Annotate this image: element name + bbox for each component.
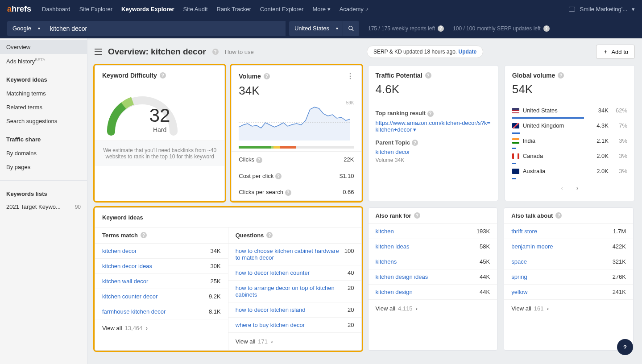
search-button[interactable] [343, 21, 359, 36]
help-icon[interactable]: ? [285, 190, 291, 196]
keyword-link[interactable]: kitchen decor ideas [102, 263, 157, 269]
keyword-link[interactable]: how to decor kitchen island [236, 306, 310, 313]
how-to-use[interactable]: How to use [225, 49, 254, 55]
keyword-link[interactable]: kitchen counter decor [102, 293, 162, 300]
gv-row[interactable]: Australia 2.0K 3% [505, 164, 634, 178]
keyword-row: where to buy kitchen decor 20 [228, 318, 361, 333]
keyword-link[interactable]: space [511, 258, 531, 265]
alsotalk-view-all[interactable]: View all161 › [504, 300, 633, 317]
beta-badge: BETA [35, 58, 45, 62]
gv-row[interactable]: United States 34K 62% [505, 103, 634, 117]
flag-icon [512, 138, 519, 144]
tp-value: 4.6K [369, 83, 498, 103]
help-icon[interactable]: ? [266, 232, 273, 238]
top-result-link[interactable]: https://www.amazon.com/kitchen-decor/s?k… [376, 120, 491, 133]
sidebar-item-overview[interactable]: Overview [0, 40, 87, 54]
nav-academy[interactable]: Academy↗ [340, 6, 369, 12]
account-menu[interactable]: Smile Marketing'... ▾ [569, 6, 635, 12]
page-title: Overview: kitchen decor [108, 47, 206, 57]
help-icon[interactable]: ? [264, 73, 270, 79]
help-icon[interactable]: ? [141, 232, 147, 238]
hamburger-icon[interactable] [95, 49, 102, 55]
keyword-link[interactable]: thrift store [511, 228, 542, 235]
sidebar-item-matching[interactable]: Matching terms [0, 87, 87, 100]
nav-more[interactable]: More ▾ [312, 6, 330, 12]
keyword-link[interactable]: where to buy kitchen decor [236, 322, 309, 328]
gv-row[interactable]: Canada 2.0K 3% [505, 149, 634, 163]
country-select[interactable]: United States [289, 21, 343, 36]
keyword-row: kitchen design ideas 44K [369, 269, 497, 285]
nav-dashboard[interactable]: Dashboard [42, 6, 70, 12]
sidebar-item-ads[interactable]: Ads historyBETA [0, 54, 87, 68]
gv-row[interactable]: United Kingdom 4.3K 7% [505, 119, 634, 132]
help-icon[interactable]: ? [558, 72, 564, 79]
keyword-link[interactable]: kitchen [376, 228, 398, 235]
gv-row[interactable]: India 2.1K 3% [505, 134, 634, 148]
terms-view-all[interactable]: View all13,464 › [95, 319, 228, 337]
sidebar-item-suggestions[interactable]: Search suggestions [0, 114, 87, 128]
keyword-row: how to decor kitchen counter 40 [228, 265, 361, 281]
sidebar-item-by-pages[interactable]: By pages [0, 160, 87, 174]
sidebar-item-related[interactable]: Related terms [0, 100, 87, 114]
keyword-volume: 8.1K [209, 308, 221, 315]
divider [0, 180, 87, 181]
help-icon[interactable]: ? [212, 49, 219, 55]
keyword-row: benjamin moore 422K [504, 239, 633, 254]
next-icon[interactable]: › [576, 185, 578, 191]
keyword-link[interactable]: kitchen decor [102, 248, 141, 254]
help-icon[interactable]: ? [414, 212, 420, 219]
keyword-link[interactable]: kitchen design [376, 289, 417, 295]
nav-rank-tracker[interactable]: Rank Tracker [217, 6, 251, 12]
cps-row: Clicks per search ?0.66 [232, 184, 361, 201]
source-select[interactable]: Google [7, 21, 45, 36]
keyword-link[interactable]: how to choose kitchen cabinet hardware t… [236, 248, 344, 261]
help-fab[interactable]: ? [617, 339, 633, 355]
update-link[interactable]: Update [459, 49, 477, 55]
keyword-link[interactable]: how to decor kitchen counter [236, 269, 314, 276]
clicks-row: Clicks ?22K [232, 152, 361, 168]
flag-icon [512, 169, 519, 174]
keyword-link[interactable]: benjamin moore [511, 243, 557, 250]
nav-site-audit[interactable]: Site Audit [183, 6, 208, 12]
gv-value: 54K [505, 83, 634, 103]
nav-site-explorer[interactable]: Site Explorer [79, 6, 112, 12]
add-to-button[interactable]: ＋ Add to [596, 45, 635, 59]
keyword-row: yellow 241K [504, 285, 633, 300]
volume-value: 34K [232, 84, 361, 100]
keyword-link[interactable]: farmhouse kitchen decor [102, 308, 170, 315]
keyword-volume: 321K [613, 258, 626, 265]
keyword-volume: 276K [613, 273, 626, 280]
more-icon[interactable]: ⋮ [347, 72, 354, 80]
sidebar-head-lists: Keywords lists [0, 187, 87, 201]
keyword-volume: 100 [344, 248, 354, 254]
keyword-link[interactable]: kitchen wall decor [102, 278, 153, 285]
keyword-link[interactable]: spring [511, 273, 531, 280]
keyword-row: kitchens 45K [369, 254, 497, 269]
keyword-link[interactable]: kitchens [376, 258, 402, 265]
sidebar-list-item[interactable]: 2021 Target Keywo... 90 [0, 201, 87, 213]
keyword-link[interactable]: kitchen ideas [376, 243, 414, 250]
help-icon[interactable]: ? [427, 111, 434, 117]
keyword-link[interactable]: yellow [511, 289, 532, 295]
global-volume-card: Global volume? 54K United States 34K 62%… [505, 65, 635, 201]
keyword-row: kitchen decor ideas 30K [95, 259, 228, 274]
keyword-link[interactable]: how to arrange decor on top of kitchen c… [236, 285, 348, 298]
prev-icon[interactable]: ‹ [561, 185, 563, 191]
keyword-row: kitchen design 44K [369, 285, 497, 300]
keyword-link[interactable]: kitchen design ideas [376, 273, 433, 280]
nav-keywords-explorer[interactable]: Keywords Explorer [121, 6, 174, 12]
also-rank-for-card: Also rank for? kitchen 193K kitchen idea… [368, 207, 498, 351]
sidebar-item-by-domains[interactable]: By domains [0, 146, 87, 160]
help-icon[interactable]: ? [425, 72, 431, 79]
help-icon[interactable]: ? [555, 212, 562, 219]
keyword-input[interactable] [45, 21, 286, 36]
help-icon[interactable]: ? [275, 173, 282, 179]
nav-content-explorer[interactable]: Content Explorer [260, 6, 304, 12]
help-icon[interactable]: ? [412, 140, 418, 146]
alsorank-view-all[interactable]: View all4,115 › [369, 300, 497, 317]
help-icon[interactable]: ? [160, 72, 166, 79]
questions-view-all[interactable]: View all171 › [228, 333, 361, 350]
keyword-row: kitchen decor 34K [95, 244, 228, 259]
help-icon[interactable]: ? [256, 157, 262, 163]
parent-topic-link[interactable]: kitchen decor [376, 149, 491, 155]
